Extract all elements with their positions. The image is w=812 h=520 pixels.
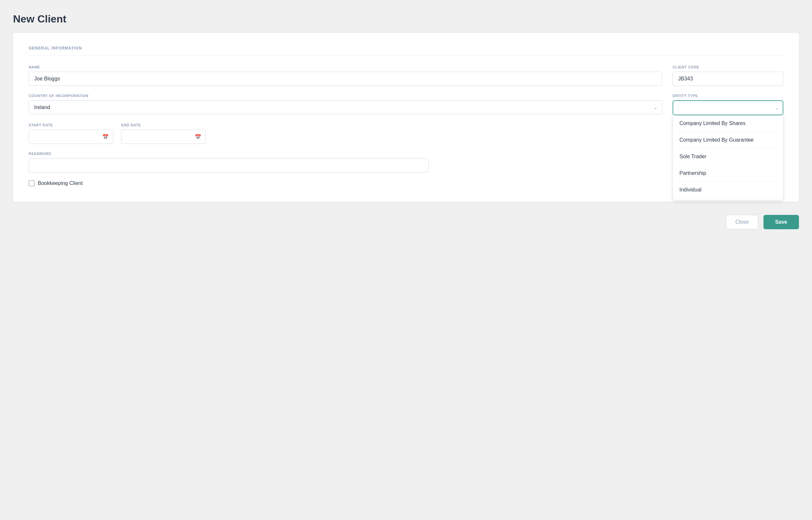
- page-title: New Client: [13, 13, 799, 25]
- client-code-input[interactable]: [673, 72, 783, 86]
- start-date-input[interactable]: [29, 130, 113, 144]
- entity-type-group: ENTITY TYPE ⌄ Company Limited By Shares …: [673, 94, 783, 115]
- entity-type-dropdown: Company Limited By Shares Company Limite…: [673, 115, 783, 200]
- entity-option-farmer[interactable]: Farmer: [673, 198, 783, 200]
- country-entitytype-row: COUNTRY OF INCORPORATION Ireland UK USA …: [29, 94, 783, 115]
- bookkeeping-checkbox[interactable]: [29, 180, 34, 186]
- country-select[interactable]: Ireland UK USA: [29, 100, 662, 114]
- password-group: PASSWORD: [29, 152, 783, 173]
- end-date-label: END DATE: [121, 123, 206, 127]
- section-title: GENERAL INFORMATION: [29, 46, 783, 56]
- password-label: PASSWORD: [29, 152, 783, 156]
- bookkeeping-row: Bookkeeping Client: [29, 180, 783, 186]
- entity-type-dropdown-list: Company Limited By Shares Company Limite…: [673, 115, 783, 200]
- bookkeeping-label: Bookkeeping Client: [38, 180, 83, 186]
- close-button[interactable]: Close: [726, 215, 758, 229]
- entity-option-partnership[interactable]: Partnership: [673, 165, 783, 182]
- start-date-group: START DATE 📅: [29, 123, 113, 144]
- country-select-wrapper: Ireland UK USA ⌄: [29, 100, 662, 114]
- end-date-wrapper: 📅: [121, 130, 206, 144]
- start-date-wrapper: 📅: [29, 130, 113, 144]
- country-group: COUNTRY OF INCORPORATION Ireland UK USA …: [29, 94, 662, 114]
- name-label: NAME: [29, 65, 662, 69]
- country-label: COUNTRY OF INCORPORATION: [29, 94, 662, 98]
- entity-type-input[interactable]: [673, 100, 783, 115]
- entity-option-company-limited-shares[interactable]: Company Limited By Shares: [673, 115, 783, 132]
- end-date-group: END DATE 📅: [121, 123, 206, 144]
- entity-type-wrapper: ⌄ Company Limited By Shares Company Limi…: [673, 100, 783, 115]
- entity-option-sole-trader[interactable]: Sole Trader: [673, 149, 783, 165]
- name-clientcode-row: NAME CLIENT CODE: [29, 65, 783, 86]
- name-input[interactable]: [29, 72, 662, 86]
- client-code-label: CLIENT CODE: [673, 65, 783, 69]
- save-button[interactable]: Save: [763, 215, 799, 229]
- end-date-input[interactable]: [121, 130, 206, 144]
- new-client-card: GENERAL INFORMATION NAME CLIENT CODE COU…: [13, 33, 799, 202]
- client-code-group: CLIENT CODE: [673, 65, 783, 86]
- entity-option-company-limited-guarantee[interactable]: Company Limited By Guarantee: [673, 132, 783, 149]
- entity-type-label: ENTITY TYPE: [673, 94, 783, 98]
- password-input[interactable]: [29, 158, 429, 173]
- name-group: NAME: [29, 65, 662, 86]
- start-date-label: START DATE: [29, 123, 113, 127]
- footer-actions: Close Save: [13, 215, 799, 229]
- dates-row: START DATE 📅 END DATE 📅: [29, 123, 783, 144]
- entity-option-individual[interactable]: Individual: [673, 182, 783, 198]
